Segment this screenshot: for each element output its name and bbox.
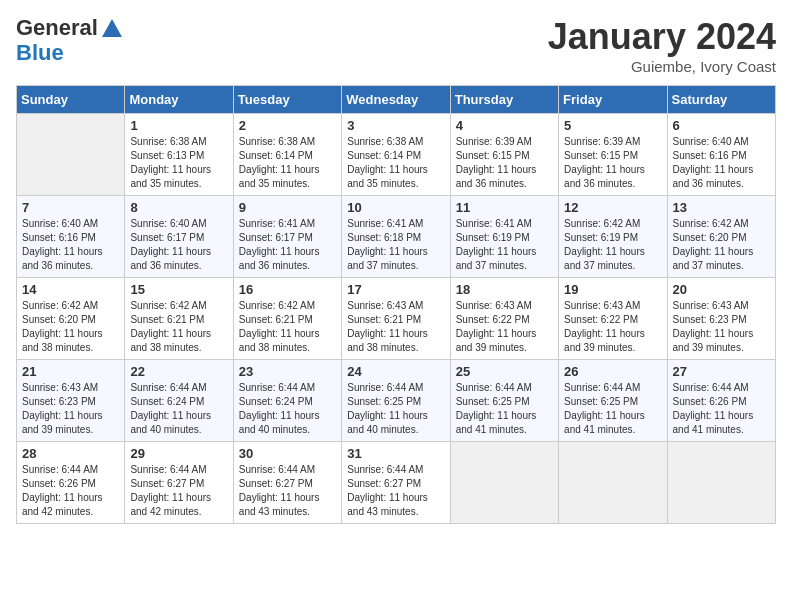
- calendar-cell: 1Sunrise: 6:38 AMSunset: 6:13 PMDaylight…: [125, 114, 233, 196]
- day-info: Sunrise: 6:43 AMSunset: 6:21 PMDaylight:…: [347, 299, 444, 355]
- day-info: Sunrise: 6:44 AMSunset: 6:25 PMDaylight:…: [347, 381, 444, 437]
- weekday-header-monday: Monday: [125, 86, 233, 114]
- svg-marker-0: [102, 19, 122, 37]
- day-info: Sunrise: 6:44 AMSunset: 6:27 PMDaylight:…: [239, 463, 336, 519]
- day-number: 18: [456, 282, 553, 297]
- calendar-cell: 31Sunrise: 6:44 AMSunset: 6:27 PMDayligh…: [342, 442, 450, 524]
- day-info: Sunrise: 6:44 AMSunset: 6:24 PMDaylight:…: [130, 381, 227, 437]
- day-info: Sunrise: 6:44 AMSunset: 6:27 PMDaylight:…: [347, 463, 444, 519]
- calendar-cell: 21Sunrise: 6:43 AMSunset: 6:23 PMDayligh…: [17, 360, 125, 442]
- day-info: Sunrise: 6:43 AMSunset: 6:22 PMDaylight:…: [456, 299, 553, 355]
- calendar-cell: 9Sunrise: 6:41 AMSunset: 6:17 PMDaylight…: [233, 196, 341, 278]
- calendar-cell: 7Sunrise: 6:40 AMSunset: 6:16 PMDaylight…: [17, 196, 125, 278]
- calendar-cell: 26Sunrise: 6:44 AMSunset: 6:25 PMDayligh…: [559, 360, 667, 442]
- day-number: 15: [130, 282, 227, 297]
- page-header: General Blue January 2024 Guiembe, Ivory…: [16, 16, 776, 75]
- weekday-header-thursday: Thursday: [450, 86, 558, 114]
- calendar-cell: 2Sunrise: 6:38 AMSunset: 6:14 PMDaylight…: [233, 114, 341, 196]
- day-info: Sunrise: 6:39 AMSunset: 6:15 PMDaylight:…: [456, 135, 553, 191]
- day-number: 21: [22, 364, 119, 379]
- location-subtitle: Guiembe, Ivory Coast: [548, 58, 776, 75]
- day-number: 1: [130, 118, 227, 133]
- day-info: Sunrise: 6:43 AMSunset: 6:23 PMDaylight:…: [22, 381, 119, 437]
- day-number: 3: [347, 118, 444, 133]
- calendar-cell: 14Sunrise: 6:42 AMSunset: 6:20 PMDayligh…: [17, 278, 125, 360]
- day-info: Sunrise: 6:38 AMSunset: 6:13 PMDaylight:…: [130, 135, 227, 191]
- day-number: 29: [130, 446, 227, 461]
- day-info: Sunrise: 6:38 AMSunset: 6:14 PMDaylight:…: [347, 135, 444, 191]
- calendar-cell: 16Sunrise: 6:42 AMSunset: 6:21 PMDayligh…: [233, 278, 341, 360]
- day-number: 6: [673, 118, 770, 133]
- day-number: 2: [239, 118, 336, 133]
- day-number: 7: [22, 200, 119, 215]
- calendar-cell: 24Sunrise: 6:44 AMSunset: 6:25 PMDayligh…: [342, 360, 450, 442]
- day-info: Sunrise: 6:44 AMSunset: 6:25 PMDaylight:…: [564, 381, 661, 437]
- day-number: 8: [130, 200, 227, 215]
- day-info: Sunrise: 6:40 AMSunset: 6:16 PMDaylight:…: [673, 135, 770, 191]
- day-number: 27: [673, 364, 770, 379]
- month-title: January 2024: [548, 16, 776, 58]
- day-number: 11: [456, 200, 553, 215]
- calendar-cell: 3Sunrise: 6:38 AMSunset: 6:14 PMDaylight…: [342, 114, 450, 196]
- logo-general: General: [16, 15, 98, 40]
- day-number: 24: [347, 364, 444, 379]
- day-info: Sunrise: 6:44 AMSunset: 6:25 PMDaylight:…: [456, 381, 553, 437]
- calendar-cell: [450, 442, 558, 524]
- day-info: Sunrise: 6:42 AMSunset: 6:20 PMDaylight:…: [673, 217, 770, 273]
- day-number: 25: [456, 364, 553, 379]
- day-info: Sunrise: 6:41 AMSunset: 6:17 PMDaylight:…: [239, 217, 336, 273]
- calendar-cell: 8Sunrise: 6:40 AMSunset: 6:17 PMDaylight…: [125, 196, 233, 278]
- day-info: Sunrise: 6:44 AMSunset: 6:26 PMDaylight:…: [22, 463, 119, 519]
- day-number: 28: [22, 446, 119, 461]
- day-number: 23: [239, 364, 336, 379]
- calendar-cell: 13Sunrise: 6:42 AMSunset: 6:20 PMDayligh…: [667, 196, 775, 278]
- calendar-week: 1Sunrise: 6:38 AMSunset: 6:13 PMDaylight…: [17, 114, 776, 196]
- day-info: Sunrise: 6:44 AMSunset: 6:27 PMDaylight:…: [130, 463, 227, 519]
- day-info: Sunrise: 6:39 AMSunset: 6:15 PMDaylight:…: [564, 135, 661, 191]
- day-info: Sunrise: 6:42 AMSunset: 6:21 PMDaylight:…: [130, 299, 227, 355]
- day-number: 12: [564, 200, 661, 215]
- day-number: 13: [673, 200, 770, 215]
- calendar-table: SundayMondayTuesdayWednesdayThursdayFrid…: [16, 85, 776, 524]
- weekday-header-tuesday: Tuesday: [233, 86, 341, 114]
- calendar-cell: 6Sunrise: 6:40 AMSunset: 6:16 PMDaylight…: [667, 114, 775, 196]
- day-number: 17: [347, 282, 444, 297]
- title-block: January 2024 Guiembe, Ivory Coast: [548, 16, 776, 75]
- day-number: 10: [347, 200, 444, 215]
- day-info: Sunrise: 6:43 AMSunset: 6:22 PMDaylight:…: [564, 299, 661, 355]
- calendar-cell: 12Sunrise: 6:42 AMSunset: 6:19 PMDayligh…: [559, 196, 667, 278]
- calendar-cell: 17Sunrise: 6:43 AMSunset: 6:21 PMDayligh…: [342, 278, 450, 360]
- day-info: Sunrise: 6:42 AMSunset: 6:19 PMDaylight:…: [564, 217, 661, 273]
- day-info: Sunrise: 6:43 AMSunset: 6:23 PMDaylight:…: [673, 299, 770, 355]
- calendar-cell: 15Sunrise: 6:42 AMSunset: 6:21 PMDayligh…: [125, 278, 233, 360]
- day-info: Sunrise: 6:44 AMSunset: 6:26 PMDaylight:…: [673, 381, 770, 437]
- calendar-week: 28Sunrise: 6:44 AMSunset: 6:26 PMDayligh…: [17, 442, 776, 524]
- day-number: 14: [22, 282, 119, 297]
- day-info: Sunrise: 6:42 AMSunset: 6:21 PMDaylight:…: [239, 299, 336, 355]
- day-number: 22: [130, 364, 227, 379]
- calendar-cell: 10Sunrise: 6:41 AMSunset: 6:18 PMDayligh…: [342, 196, 450, 278]
- day-info: Sunrise: 6:40 AMSunset: 6:16 PMDaylight:…: [22, 217, 119, 273]
- day-number: 9: [239, 200, 336, 215]
- day-number: 5: [564, 118, 661, 133]
- calendar-cell: [559, 442, 667, 524]
- calendar-cell: [667, 442, 775, 524]
- day-number: 16: [239, 282, 336, 297]
- calendar-week: 21Sunrise: 6:43 AMSunset: 6:23 PMDayligh…: [17, 360, 776, 442]
- calendar-cell: 30Sunrise: 6:44 AMSunset: 6:27 PMDayligh…: [233, 442, 341, 524]
- calendar-cell: 4Sunrise: 6:39 AMSunset: 6:15 PMDaylight…: [450, 114, 558, 196]
- day-info: Sunrise: 6:40 AMSunset: 6:17 PMDaylight:…: [130, 217, 227, 273]
- day-number: 30: [239, 446, 336, 461]
- calendar-cell: 11Sunrise: 6:41 AMSunset: 6:19 PMDayligh…: [450, 196, 558, 278]
- weekday-header-saturday: Saturday: [667, 86, 775, 114]
- logo-text: General Blue: [16, 16, 126, 65]
- day-info: Sunrise: 6:44 AMSunset: 6:24 PMDaylight:…: [239, 381, 336, 437]
- logo-blue: Blue: [16, 40, 64, 65]
- day-number: 4: [456, 118, 553, 133]
- weekday-header-sunday: Sunday: [17, 86, 125, 114]
- calendar-cell: [17, 114, 125, 196]
- calendar-week: 14Sunrise: 6:42 AMSunset: 6:20 PMDayligh…: [17, 278, 776, 360]
- calendar-cell: 23Sunrise: 6:44 AMSunset: 6:24 PMDayligh…: [233, 360, 341, 442]
- calendar-cell: 19Sunrise: 6:43 AMSunset: 6:22 PMDayligh…: [559, 278, 667, 360]
- calendar-week: 7Sunrise: 6:40 AMSunset: 6:16 PMDaylight…: [17, 196, 776, 278]
